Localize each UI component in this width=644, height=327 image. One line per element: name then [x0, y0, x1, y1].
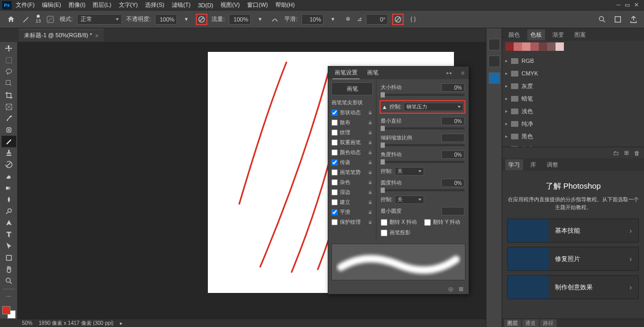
angle-control-dropdown[interactable]: 关	[395, 167, 424, 176]
lock-icon[interactable]	[368, 170, 373, 175]
shape-tool[interactable]	[2, 252, 16, 264]
foreground-color[interactable]	[2, 306, 10, 314]
min-diameter-slider[interactable]	[381, 127, 464, 129]
lock-icon[interactable]	[368, 130, 373, 135]
swatch-folder[interactable]: ▸RGB	[505, 54, 641, 67]
menu-filter[interactable]: 滤镜(T)	[169, 1, 194, 9]
lock-icon[interactable]	[368, 160, 373, 165]
toggle-preview-icon[interactable]: ◎	[448, 286, 453, 292]
size-pressure-toggle[interactable]	[392, 14, 404, 25]
status-arrow-icon[interactable]: ▸	[120, 320, 123, 326]
swatch-3[interactable]	[530, 42, 539, 51]
swatch-0[interactable]	[505, 42, 514, 51]
angle-jitter-value[interactable]: 0%	[441, 150, 464, 159]
flip-y-checkbox[interactable]: 翻转 Y 抖动	[424, 219, 460, 226]
eyedropper-tool[interactable]	[2, 113, 16, 124]
tab-brush-settings[interactable]: 画笔设置	[332, 67, 360, 80]
trash-icon[interactable]: 🗑	[634, 150, 640, 156]
marquee-tool[interactable]	[2, 54, 16, 66]
zoom-level[interactable]: 50%	[22, 320, 32, 326]
swatch-folder[interactable]: ▸较暗	[505, 143, 641, 147]
doc-info[interactable]: 1890 像素 x 1417 像素 (300 ppi)	[39, 320, 114, 327]
brush-option-6[interactable]: 画笔笔势	[331, 167, 373, 177]
pen-tool[interactable]	[2, 217, 16, 228]
smooth-field[interactable]: 10%	[302, 14, 324, 25]
swatch-6[interactable]	[556, 42, 564, 51]
swatch-5[interactable]	[547, 42, 556, 51]
smooth-arrow-icon[interactable]: ▾	[328, 14, 338, 25]
symmetry-icon[interactable]	[408, 14, 418, 25]
lock-icon[interactable]	[368, 150, 373, 155]
tab-patterns[interactable]: 图案	[571, 29, 589, 40]
minimize-icon[interactable]: ─	[616, 2, 620, 8]
menu-view[interactable]: 视图(V)	[217, 1, 243, 9]
swatch-4[interactable]	[539, 42, 547, 51]
lock-icon[interactable]	[368, 190, 373, 195]
brush-size-picker[interactable]: 13	[36, 15, 41, 24]
learn-item[interactable]: 制作创意效果›	[507, 275, 639, 299]
flow-arrow-icon[interactable]: ▾	[255, 14, 265, 25]
learn-item[interactable]: 基本技能›	[507, 219, 639, 243]
brush-option-9[interactable]: 建立	[331, 197, 373, 207]
panel-menu-icon[interactable]: ≡	[458, 70, 464, 76]
tab-learn[interactable]: 学习	[505, 159, 523, 170]
document-tab[interactable]: 未标题-1 @ 50%(RGB/8) * ×	[19, 29, 104, 41]
gradient-tool[interactable]	[2, 182, 16, 194]
swatch-1[interactable]	[514, 42, 522, 51]
brush-tip-button[interactable]: 画笔	[331, 82, 373, 95]
tab-layers[interactable]: 图层	[504, 319, 521, 328]
opacity-arrow-icon[interactable]: ▾	[181, 14, 192, 25]
brush-option-7[interactable]: 杂色	[331, 177, 373, 187]
tab-swatches[interactable]: 色板	[527, 29, 545, 40]
mini-panel-2[interactable]	[488, 56, 500, 67]
round-control-dropdown[interactable]: 关	[395, 195, 424, 204]
mini-panel-1[interactable]	[488, 39, 500, 50]
dodge-tool[interactable]	[2, 205, 16, 217]
lasso-tool[interactable]	[2, 66, 16, 78]
color-swatch[interactable]	[2, 306, 16, 319]
maximize-icon[interactable]: ▭	[625, 2, 630, 8]
healing-tool[interactable]	[2, 124, 16, 136]
swatch-2[interactable]	[522, 42, 530, 51]
angle-jitter-slider[interactable]	[381, 161, 464, 163]
lock-icon[interactable]	[368, 120, 373, 125]
angle-field[interactable]: 0°	[366, 14, 388, 25]
crop-tool[interactable]	[2, 90, 16, 101]
tab-adjustments[interactable]: 调整	[543, 159, 561, 170]
roundness-jitter-value[interactable]: 0%	[441, 179, 464, 187]
type-tool[interactable]	[2, 228, 16, 240]
menu-type[interactable]: 文字(Y)	[116, 1, 141, 9]
panel-collapse-icon[interactable]: ▸▸	[447, 70, 453, 75]
swatch-folder[interactable]: ▸浅色	[505, 105, 641, 117]
stamp-tool[interactable]	[2, 147, 16, 159]
flip-x-checkbox[interactable]: 翻转 X 抖动	[381, 219, 417, 226]
brush-tool[interactable]	[2, 136, 16, 147]
menu-help[interactable]: 帮助(H)	[272, 1, 298, 9]
min-diameter-value[interactable]: 0%	[441, 117, 464, 125]
tab-channels[interactable]: 通道	[522, 319, 539, 328]
brush-option-2[interactable]: 纹理	[331, 127, 373, 137]
workspace-icon[interactable]	[613, 14, 623, 25]
hand-tool[interactable]	[2, 264, 16, 275]
menu-select[interactable]: 选择(S)	[142, 1, 168, 9]
brush-panel-toggle-icon[interactable]	[45, 14, 55, 25]
selection-tool[interactable]	[2, 78, 16, 89]
zoom-tool[interactable]	[2, 275, 16, 287]
smooth-options-icon[interactable]: ✲	[342, 14, 353, 25]
brush-option-0[interactable]: 形状动态	[331, 107, 373, 117]
home-icon[interactable]	[5, 14, 17, 25]
size-jitter-slider[interactable]	[381, 94, 464, 96]
opacity-pressure-toggle[interactable]	[196, 14, 207, 25]
menu-file[interactable]: 文件(F)	[13, 1, 38, 9]
lock-icon[interactable]	[368, 110, 373, 115]
swatch-folder[interactable]: ▸纯净	[505, 117, 641, 130]
blur-tool[interactable]	[2, 194, 16, 205]
lock-icon[interactable]	[368, 210, 373, 215]
new-brush-icon[interactable]: ⊞	[459, 286, 463, 292]
brush-option-4[interactable]: 颜色动态	[331, 147, 373, 157]
brush-option-8[interactable]: 湿边	[331, 187, 373, 197]
swatch-folder[interactable]: ▸蜡笔	[505, 92, 641, 105]
share-icon[interactable]	[628, 14, 639, 25]
eraser-tool[interactable]	[2, 171, 16, 182]
history-brush-tool[interactable]	[2, 159, 16, 170]
